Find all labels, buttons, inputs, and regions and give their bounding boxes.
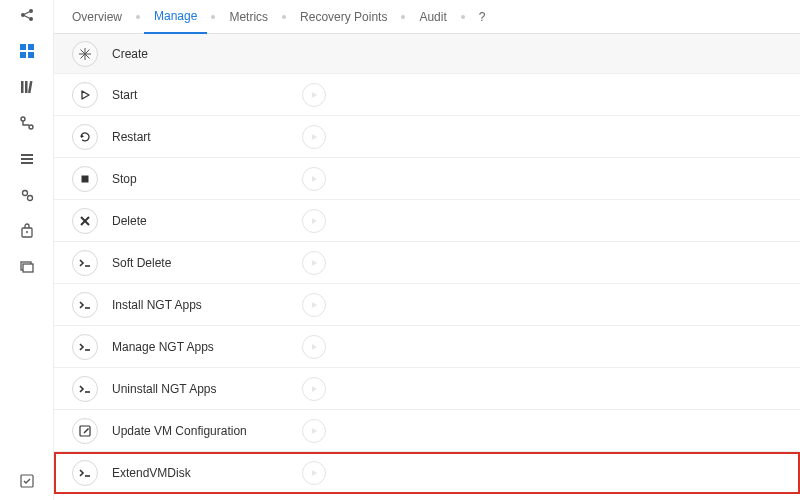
tab-separator: [461, 15, 465, 19]
main-panel: Overview Manage Metrics Recovery Points …: [54, 0, 800, 500]
list-icon[interactable]: [18, 150, 36, 168]
svg-point-20: [26, 231, 28, 233]
action-label: Restart: [112, 130, 292, 144]
tab-overview[interactable]: Overview: [62, 0, 132, 34]
svg-rect-10: [25, 81, 28, 93]
terminal-icon: [72, 460, 98, 486]
svg-rect-5: [20, 44, 26, 50]
svg-line-3: [24, 12, 29, 14]
svg-marker-33: [312, 176, 317, 182]
bag-icon[interactable]: [18, 222, 36, 240]
svg-marker-42: [312, 344, 317, 350]
branch-icon[interactable]: [18, 114, 36, 132]
svg-point-12: [21, 117, 25, 121]
action-label: Update VM Configuration: [112, 424, 292, 438]
svg-marker-29: [312, 92, 317, 98]
terminal-icon: [72, 376, 98, 402]
tab-manage[interactable]: Manage: [144, 0, 207, 34]
svg-point-1: [29, 9, 33, 13]
tab-metrics[interactable]: Metrics: [219, 0, 278, 34]
svg-marker-31: [312, 134, 317, 140]
run-action-button[interactable]: [302, 167, 326, 191]
run-action-button[interactable]: [302, 293, 326, 317]
library-icon[interactable]: [18, 78, 36, 96]
action-row[interactable]: Start: [54, 74, 800, 116]
sidebar: [0, 0, 54, 500]
action-row[interactable]: Uninstall NGT Apps: [54, 368, 800, 410]
svg-marker-48: [312, 470, 317, 476]
svg-point-2: [29, 17, 33, 21]
tab-separator: [136, 15, 140, 19]
action-row[interactable]: Update VM Configuration: [54, 410, 800, 452]
tab-separator: [401, 15, 405, 19]
tab-recovery-points[interactable]: Recovery Points: [290, 0, 397, 34]
action-label: Manage NGT Apps: [112, 340, 292, 354]
svg-rect-32: [82, 175, 89, 182]
tab-label: Audit: [419, 10, 446, 24]
action-label: Create: [112, 47, 292, 61]
stack-icon[interactable]: [18, 258, 36, 276]
tab-separator: [282, 15, 286, 19]
svg-marker-36: [312, 218, 317, 224]
run-action-button[interactable]: [302, 419, 326, 443]
settings-icon[interactable]: [18, 186, 36, 204]
action-row[interactable]: Delete: [54, 200, 800, 242]
tab-label: ?: [479, 10, 486, 24]
svg-rect-8: [28, 52, 34, 58]
tab-bar: Overview Manage Metrics Recovery Points …: [54, 0, 800, 34]
action-label: Install NGT Apps: [112, 298, 292, 312]
svg-marker-40: [312, 302, 317, 308]
svg-marker-44: [312, 386, 317, 392]
svg-rect-23: [21, 475, 33, 487]
share-icon[interactable]: [18, 6, 36, 24]
run-action-button[interactable]: [302, 209, 326, 233]
svg-rect-6: [28, 44, 34, 50]
tab-audit[interactable]: Audit: [409, 0, 456, 34]
action-row[interactable]: ExtendVMDisk: [54, 452, 800, 494]
action-row[interactable]: Restart: [54, 116, 800, 158]
tab-label: Overview: [72, 10, 122, 24]
svg-marker-46: [312, 428, 317, 434]
terminal-icon: [72, 334, 98, 360]
create-icon: [72, 41, 98, 67]
play-icon: [72, 82, 98, 108]
action-row[interactable]: Install NGT Apps: [54, 284, 800, 326]
svg-point-18: [27, 196, 32, 201]
run-action-button[interactable]: [302, 335, 326, 359]
svg-point-0: [21, 13, 25, 17]
action-label: Uninstall NGT Apps: [112, 382, 292, 396]
edit-icon: [72, 418, 98, 444]
tab-label: Manage: [154, 9, 197, 23]
tab-separator: [211, 15, 215, 19]
terminal-icon: [72, 250, 98, 276]
svg-point-17: [22, 191, 27, 196]
action-label: ExtendVMDisk: [112, 466, 292, 480]
app-root: Overview Manage Metrics Recovery Points …: [0, 0, 800, 500]
action-create[interactable]: Create: [54, 34, 800, 74]
run-action-button[interactable]: [302, 377, 326, 401]
checklist-icon[interactable]: [18, 472, 36, 490]
svg-marker-38: [312, 260, 317, 266]
stop-icon: [72, 166, 98, 192]
run-action-button[interactable]: [302, 251, 326, 275]
action-list: Create StartRestartStopDeleteSoft Delete…: [54, 34, 800, 500]
action-label: Start: [112, 88, 292, 102]
action-label: Delete: [112, 214, 292, 228]
svg-rect-7: [20, 52, 26, 58]
delete-icon: [72, 208, 98, 234]
action-label: Stop: [112, 172, 292, 186]
svg-line-4: [24, 16, 29, 18]
action-label: Soft Delete: [112, 256, 292, 270]
tab-help[interactable]: ?: [469, 0, 496, 34]
action-row[interactable]: Stop: [54, 158, 800, 200]
action-row[interactable]: Soft Delete: [54, 242, 800, 284]
svg-rect-22: [23, 264, 33, 272]
action-row[interactable]: Manage NGT Apps: [54, 326, 800, 368]
svg-point-13: [29, 125, 33, 129]
run-action-button[interactable]: [302, 461, 326, 485]
apps-icon[interactable]: [18, 42, 36, 60]
run-action-button[interactable]: [302, 83, 326, 107]
run-action-button[interactable]: [302, 125, 326, 149]
tab-label: Recovery Points: [300, 10, 387, 24]
svg-rect-11: [27, 81, 32, 93]
